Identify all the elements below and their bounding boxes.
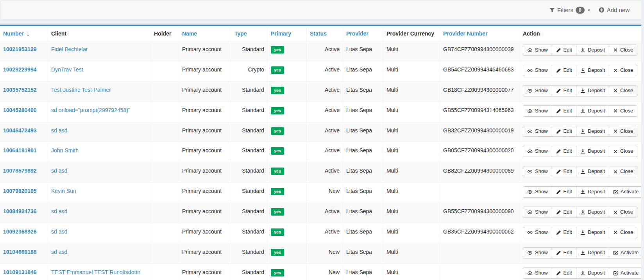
cell-holder [151, 142, 179, 162]
account-number-link[interactable]: 10028229994 [3, 66, 37, 73]
edit-button[interactable]: Edit [552, 227, 576, 238]
account-number-link[interactable]: 10109131846 [3, 269, 37, 275]
client-link[interactable]: sd asd [51, 249, 67, 255]
deposit-button[interactable]: Deposit [576, 227, 609, 238]
column-header-name[interactable]: Name [179, 26, 231, 41]
deposit-button-label: Deposit [588, 250, 605, 256]
client-link[interactable]: sd asd [51, 208, 67, 214]
column-header-type[interactable]: Type [231, 26, 268, 41]
show-button[interactable]: Show [523, 105, 552, 117]
edit-button[interactable]: Edit [552, 45, 576, 56]
edit-button[interactable]: Edit [552, 146, 576, 157]
edit-button[interactable]: Edit [552, 105, 576, 117]
deposit-button[interactable]: Deposit [576, 186, 609, 198]
account-number-link[interactable]: 10104669188 [3, 249, 37, 255]
client-link[interactable]: TEST Emmanuel TEST Runolfsdottir [51, 269, 140, 275]
show-button[interactable]: Show [523, 85, 552, 96]
show-button[interactable]: Show [523, 247, 552, 259]
account-number-link[interactable]: 10021953129 [3, 46, 37, 52]
close-button[interactable]: Close [609, 105, 637, 117]
activate-button[interactable]: Activate [609, 268, 641, 279]
add-new-button[interactable]: Add new [599, 7, 630, 13]
close-button[interactable]: Close [609, 85, 637, 96]
column-header-provider_number[interactable]: Provider Number [440, 26, 520, 41]
column-header-provider[interactable]: Provider [343, 26, 383, 41]
deposit-button-label: Deposit [588, 189, 605, 195]
close-button[interactable]: Close [609, 126, 637, 137]
client-link[interactable]: DynTrav Test [51, 66, 83, 73]
account-number-link[interactable]: 10046472493 [3, 127, 37, 134]
eye-icon [527, 68, 533, 73]
column-header-label: Type [234, 30, 247, 37]
cell-provider_currency: Multi [383, 203, 440, 223]
deposit-button[interactable]: Deposit [576, 268, 609, 279]
client-link[interactable]: John Smith [51, 147, 79, 153]
deposit-button[interactable]: Deposit [576, 207, 609, 218]
deposit-button-label: Deposit [588, 108, 605, 114]
account-number-link[interactable]: 10045280400 [3, 107, 37, 113]
account-number-link[interactable]: 10035752152 [3, 87, 37, 93]
edit-button[interactable]: Edit [552, 247, 576, 259]
table-header-row: Number↓ClientHolderNameTypePrimaryStatus… [0, 26, 641, 41]
show-button[interactable]: Show [523, 146, 552, 157]
deposit-button[interactable]: Deposit [576, 166, 609, 177]
client-link[interactable]: Kevin Sun [51, 188, 76, 194]
close-button[interactable]: Close [609, 166, 637, 177]
column-header-number[interactable]: Number↓ [0, 26, 48, 41]
x-icon [613, 230, 618, 235]
deposit-button[interactable]: Deposit [576, 146, 609, 157]
cell-holder [151, 102, 179, 122]
column-header-status[interactable]: Status [307, 26, 343, 41]
account-number-link[interactable]: 10092368926 [3, 228, 37, 235]
deposit-button[interactable]: Deposit [576, 105, 609, 117]
cell-name: Primary account [179, 122, 231, 142]
account-number-link[interactable]: 10079820105 [3, 188, 37, 194]
edit-button[interactable]: Edit [552, 186, 576, 198]
show-button[interactable]: Show [523, 207, 552, 218]
edit-button[interactable]: Edit [552, 65, 576, 76]
deposit-button[interactable]: Deposit [576, 126, 609, 137]
close-button[interactable]: Close [609, 45, 637, 56]
show-button[interactable]: Show [523, 65, 552, 76]
close-button[interactable]: Close [609, 207, 637, 218]
edit-button[interactable]: Edit [552, 268, 576, 279]
cell-client: sd asd [48, 122, 151, 142]
cell-provider: Litas Sepa [343, 203, 383, 223]
pencil-icon [556, 250, 561, 255]
show-button[interactable]: Show [523, 45, 552, 56]
client-link[interactable]: sd onload="prompt(299792458)" [51, 107, 130, 113]
column-header-primary[interactable]: Primary [268, 26, 307, 41]
edit-button[interactable]: Edit [552, 207, 576, 218]
deposit-button[interactable]: Deposit [576, 45, 609, 56]
account-number-link[interactable]: 10064181901 [3, 147, 37, 153]
close-button[interactable]: Close [609, 227, 637, 238]
cell-holder [151, 203, 179, 223]
cell-client: Test-Justine Test-Palmer [48, 81, 151, 102]
close-button[interactable]: Close [609, 146, 637, 157]
cell-name: Primary account [179, 243, 231, 264]
account-number-link[interactable]: 10078579892 [3, 168, 37, 174]
client-link[interactable]: sd asd [51, 168, 67, 174]
client-link[interactable]: sd asd [51, 228, 67, 235]
client-link[interactable]: Test-Justine Test-Palmer [51, 87, 111, 93]
deposit-button[interactable]: Deposit [576, 247, 609, 259]
deposit-button[interactable]: Deposit [576, 65, 609, 76]
filters-button[interactable]: Filters 0 [549, 7, 591, 14]
primary-badge: yes [271, 87, 284, 94]
edit-button[interactable]: Edit [552, 126, 576, 137]
activate-button[interactable]: Activate [609, 247, 641, 259]
client-link[interactable]: Fidel Bechtelar [51, 46, 88, 52]
account-number-link[interactable]: 10084924736 [3, 208, 37, 214]
edit-button[interactable]: Edit [552, 85, 576, 96]
close-button[interactable]: Close [609, 65, 637, 76]
eye-icon [527, 271, 533, 276]
show-button[interactable]: Show [523, 166, 552, 177]
client-link[interactable]: sd asd [51, 127, 67, 134]
edit-button[interactable]: Edit [552, 166, 576, 177]
show-button[interactable]: Show [523, 186, 552, 198]
activate-button[interactable]: Activate [609, 186, 641, 198]
show-button[interactable]: Show [523, 268, 552, 279]
deposit-button[interactable]: Deposit [576, 85, 609, 96]
show-button[interactable]: Show [523, 227, 552, 238]
show-button[interactable]: Show [523, 126, 552, 137]
